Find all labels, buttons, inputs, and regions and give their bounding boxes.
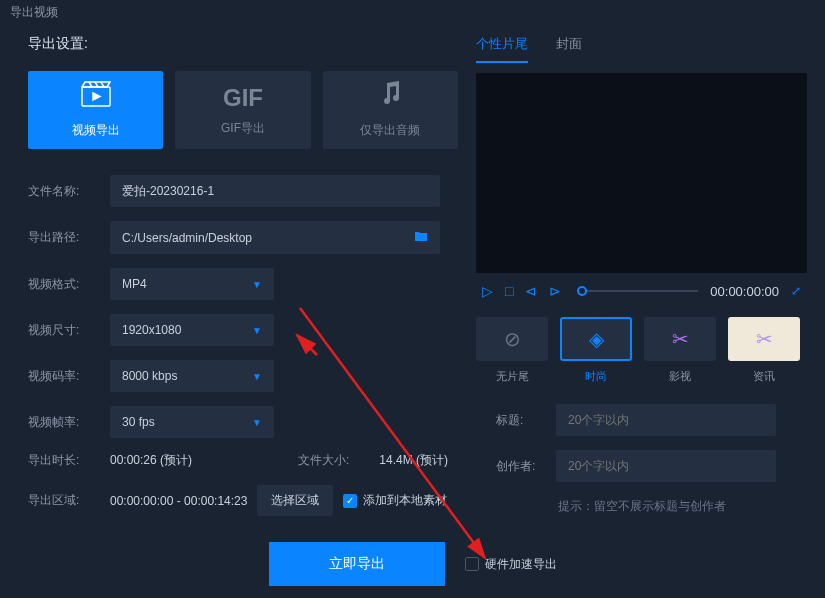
- mode-video-export[interactable]: 视频导出: [28, 71, 163, 149]
- bitrate-select[interactable]: 8000 kbps ▼: [110, 360, 274, 392]
- settings-heading: 导出设置:: [28, 35, 458, 53]
- bitrate-label: 视频码率:: [28, 368, 110, 385]
- path-label: 导出路径:: [28, 229, 110, 246]
- fps-label: 视频帧率:: [28, 414, 110, 431]
- chevron-down-icon: ▼: [252, 279, 262, 290]
- play-icon[interactable]: ▷: [482, 283, 493, 299]
- format-value: MP4: [122, 277, 147, 291]
- none-icon: ⊘: [476, 317, 548, 361]
- fps-select[interactable]: 30 fps ▼: [110, 406, 274, 438]
- add-local-checkbox[interactable]: ✓ 添加到本地素材: [343, 492, 447, 509]
- chevron-down-icon: ▼: [252, 325, 262, 336]
- duration-value: 00:00:26 (预计): [110, 452, 192, 469]
- window-title: 导出视频: [10, 5, 58, 19]
- chevron-down-icon: ▼: [252, 371, 262, 382]
- preview-panel: 个性片尾 封面 ▷ □ ⊲ ⊳ 00:00:00:00 ⤢ ⊘ 无片尾 ◈ 时尚…: [476, 35, 807, 532]
- next-icon[interactable]: ⊳: [549, 283, 561, 299]
- tab-trailer[interactable]: 个性片尾: [476, 35, 528, 63]
- region-label: 导出区域:: [28, 492, 100, 509]
- prev-icon[interactable]: ⊲: [525, 283, 537, 299]
- mode-audio-export[interactable]: 仅导出音频: [323, 71, 458, 149]
- select-region-button[interactable]: 选择区域: [257, 485, 333, 516]
- gif-icon: GIF: [223, 84, 263, 112]
- add-local-label: 添加到本地素材: [363, 492, 447, 509]
- filesize-value: 14.4M (预计): [379, 452, 448, 469]
- export-settings-panel: 导出设置: 视频导出 GIF GIF导出 仅导出音频 文件名称:: [28, 35, 458, 532]
- checkbox-unchecked-icon: [465, 557, 479, 571]
- news-thumb-icon: ✂: [728, 317, 800, 361]
- hw-accel-label: 硬件加速导出: [485, 556, 557, 573]
- trailer-movie[interactable]: ✂ 影视: [644, 317, 716, 384]
- trailer-movie-label: 影视: [669, 369, 691, 384]
- progress-thumb[interactable]: [577, 286, 587, 296]
- trailer-fashion[interactable]: ◈ 时尚: [560, 317, 632, 384]
- format-select[interactable]: MP4 ▼: [110, 268, 274, 300]
- mode-gif-label: GIF导出: [221, 120, 265, 137]
- bitrate-value: 8000 kbps: [122, 369, 177, 383]
- duration-label: 导出时长:: [28, 452, 100, 469]
- video-clapper-icon: [81, 81, 111, 114]
- expand-icon[interactable]: ⤢: [791, 284, 801, 298]
- tab-cover[interactable]: 封面: [556, 35, 582, 63]
- format-label: 视频格式:: [28, 276, 110, 293]
- filename-label: 文件名称:: [28, 183, 110, 200]
- size-label: 视频尺寸:: [28, 322, 110, 339]
- title-input[interactable]: [556, 404, 776, 436]
- chevron-down-icon: ▼: [252, 417, 262, 428]
- movie-thumb-icon: ✂: [644, 317, 716, 361]
- mode-audio-label: 仅导出音频: [360, 122, 420, 139]
- progress-track[interactable]: [577, 290, 698, 292]
- hw-accel-checkbox[interactable]: 硬件加速导出: [465, 556, 557, 573]
- region-value: 00:00:00:00 - 00:00:14:23: [110, 494, 247, 508]
- folder-icon[interactable]: [414, 230, 428, 245]
- creator-input[interactable]: [556, 450, 776, 482]
- creator-label: 创作者:: [496, 458, 556, 475]
- checkbox-checked-icon: ✓: [343, 494, 357, 508]
- mode-video-label: 视频导出: [72, 122, 120, 139]
- path-input[interactable]: C:/Users/admin/Desktop: [110, 221, 440, 254]
- export-button[interactable]: 立即导出: [269, 542, 445, 586]
- music-note-icon: [379, 81, 401, 114]
- video-preview: [476, 73, 807, 273]
- trailer-news[interactable]: ✂ 资讯: [728, 317, 800, 384]
- trailer-none[interactable]: ⊘ 无片尾: [476, 317, 548, 384]
- title-label: 标题:: [496, 412, 556, 429]
- size-select[interactable]: 1920x1080 ▼: [110, 314, 274, 346]
- stop-icon[interactable]: □: [505, 283, 513, 299]
- path-value: C:/Users/admin/Desktop: [122, 231, 252, 245]
- filename-input[interactable]: [110, 175, 440, 207]
- window-titlebar: 导出视频: [0, 0, 825, 25]
- trailer-news-label: 资讯: [753, 369, 775, 384]
- trailer-fashion-label: 时尚: [585, 369, 607, 384]
- hint-text: 提示：留空不展示标题与创作者: [476, 498, 807, 515]
- fashion-thumb-icon: ◈: [560, 317, 632, 361]
- fps-value: 30 fps: [122, 415, 155, 429]
- size-value: 1920x1080: [122, 323, 181, 337]
- trailer-none-label: 无片尾: [496, 369, 529, 384]
- filesize-label: 文件大小:: [298, 452, 349, 469]
- time-display: 00:00:00:00: [710, 284, 779, 299]
- mode-gif-export[interactable]: GIF GIF导出: [175, 71, 310, 149]
